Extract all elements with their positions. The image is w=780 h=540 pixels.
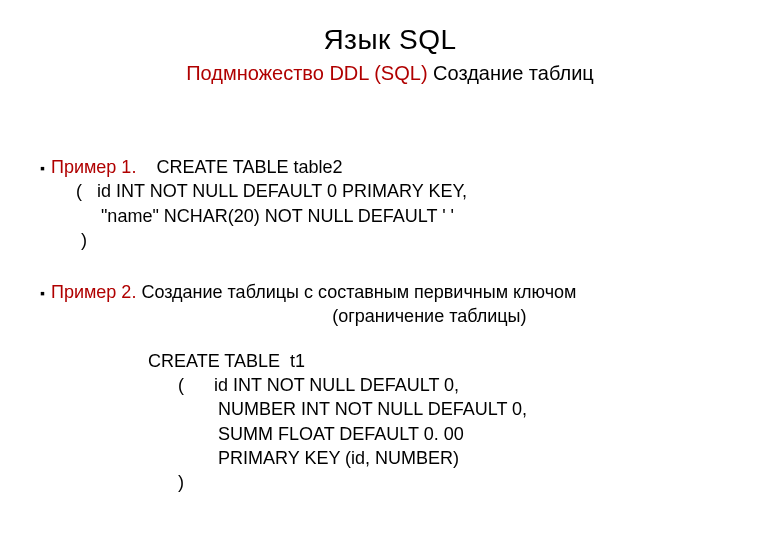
example1-body: Пример 1. CREATE TABLE table2 ( id INT N… — [51, 155, 467, 252]
subtitle-rest: Создание таблиц — [428, 62, 594, 84]
example2-row: ▪ Пример 2. Создание таблицы с составным… — [40, 280, 740, 329]
example2-code: CREATE TABLE t1 ( id INT NOT NULL DEFAUL… — [148, 349, 740, 495]
slide: Язык SQL Подмножество DDL (SQL) Создание… — [0, 0, 780, 540]
bullet-icon: ▪ — [40, 280, 45, 306]
slide-title: Язык SQL — [40, 24, 740, 56]
example2-label: Пример 2. — [51, 282, 136, 302]
slide-subtitle: Подмножество DDL (SQL) Создание таблиц — [40, 62, 740, 85]
example2-desc-line2: (ограничение таблицы) — [51, 304, 577, 328]
example2-body: Пример 2. Создание таблицы с составным п… — [51, 280, 577, 329]
example2-desc-line1: Создание таблицы с составным первичным к… — [136, 282, 576, 302]
slide-content: ▪ Пример 1. CREATE TABLE table2 ( id INT… — [40, 155, 740, 495]
example1-row: ▪ Пример 1. CREATE TABLE table2 ( id INT… — [40, 155, 740, 252]
example1-label: Пример 1. — [51, 157, 136, 177]
bullet-icon: ▪ — [40, 155, 45, 181]
subtitle-red: Подмножество DDL (SQL) — [186, 62, 427, 84]
